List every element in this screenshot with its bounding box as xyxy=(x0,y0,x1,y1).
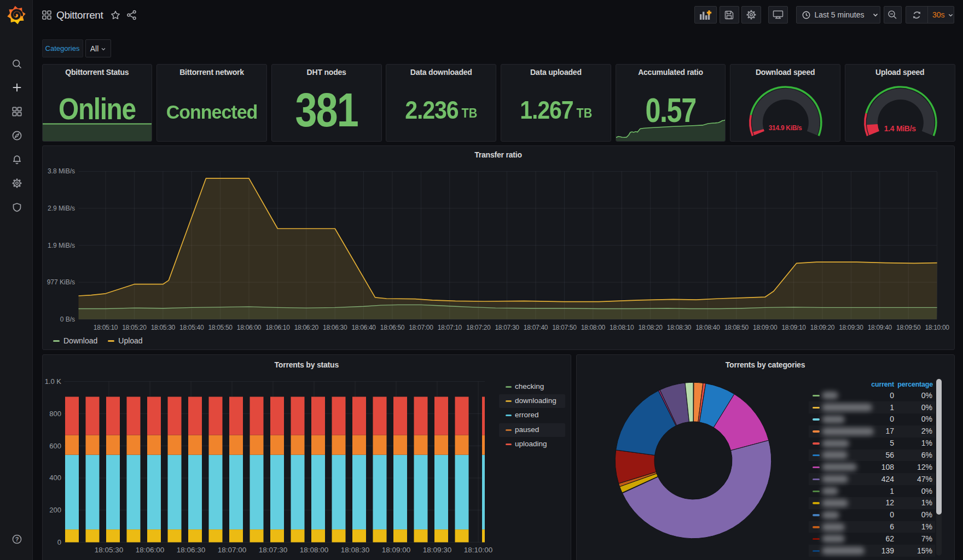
svg-text:?: ? xyxy=(15,536,19,542)
